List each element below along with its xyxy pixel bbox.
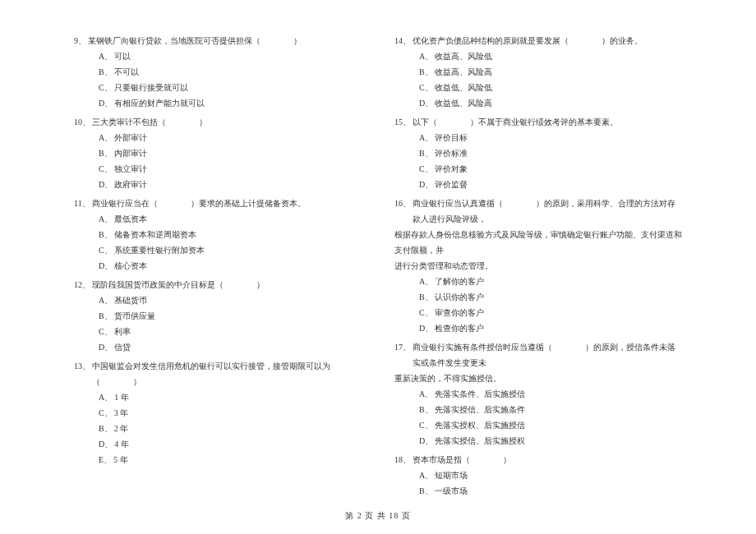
option-label: D、 [99, 177, 113, 192]
option-text: 独立审计 [114, 161, 147, 177]
question-stem: 17、商业银行实施有条件授信时应当遵循（ ）的原则，授信条件未落实或条件发生变更… [394, 339, 682, 371]
question: 11、商业银行应当在（ ）要求的基础上计提储备资本。A、最低资本B、储备资本和逆… [74, 196, 362, 274]
option-label: D、 [419, 433, 433, 449]
option-label: B、 [99, 227, 113, 242]
question: 10、三大类审计不包括（ ）A、外部审计B、内部审计C、独立审计D、政府审计 [74, 114, 362, 192]
question: 13、中国银监会对发生信用危机的银行可以实行接管，接管期限可以为（ ）A、1 年… [74, 358, 362, 467]
question-text: 现阶段我国货币政策的中介目标是（ ） [92, 277, 362, 292]
option: B、收益高、风险高 [419, 64, 682, 80]
option-text: 收益高、风险高 [435, 64, 492, 80]
option-label: A、 [419, 48, 433, 64]
option-label: D、 [99, 339, 113, 355]
option: A、了解你的客户 [419, 274, 682, 289]
option: C、评价对象 [419, 161, 682, 177]
option-text: 评价目标 [435, 130, 468, 145]
option-text: 短期市场 [435, 467, 468, 483]
page-footer: 第 2 页 共 18 页 [0, 510, 756, 522]
option-text: 先落实授信、后实施条件 [435, 402, 525, 417]
option: B、认识你的客户 [419, 289, 682, 305]
question-text: 商业银行实施有条件授信时应当遵循（ ）的原则，授信条件未落实或条件发生变更未 [413, 339, 682, 371]
option-label: A、 [419, 130, 433, 145]
option-text: 一级市场 [435, 483, 468, 499]
option: B、货币供应量 [99, 308, 362, 324]
option-text: 有相应的财产能力就可以 [114, 95, 205, 111]
option-text: 先落实条件、后实施授信 [435, 386, 525, 402]
question-stem: 15、以下（ ）不属于商业银行绩效考评的基本要素。 [394, 114, 682, 130]
question-number: 16、 [394, 196, 411, 227]
question-stem: 14、优化资产负债品种结构的原则就是要发展（ ）的业务。 [394, 33, 682, 48]
option: D、评价监督 [419, 177, 682, 192]
option: A、评价目标 [419, 130, 682, 145]
option-text: 核心资本 [114, 258, 147, 274]
option-label: C、 [99, 405, 113, 421]
left-column: 9、某钢铁厂向银行贷款，当地医院可否提供担保（ ）A、可以B、不可以C、只要银行… [74, 33, 362, 502]
option-text: 4 年 [114, 436, 129, 452]
option-text: 可以 [114, 48, 131, 64]
option-label: B、 [99, 308, 113, 324]
options-list: A、最低资本B、储备资本和逆周期资本C、系统重要性银行附加资本D、核心资本 [74, 211, 362, 274]
question-stem: 9、某钢铁厂向银行贷款，当地医院可否提供担保（ ） [74, 33, 362, 48]
option-text: 检查你的客户 [435, 320, 484, 336]
option-label: E、 [99, 452, 112, 467]
option: D、4 年 [99, 436, 362, 452]
option-label: C、 [419, 161, 433, 177]
question-continuation: 进行分类管理和动态管理。 [394, 258, 682, 274]
option-text: 收益低、风险高 [435, 95, 492, 111]
options-list: A、基础货币B、货币供应量C、利率D、信贷 [74, 292, 362, 355]
options-list: A、可以B、不可以C、只要银行接受就可以D、有相应的财产能力就可以 [74, 48, 362, 111]
option-label: D、 [99, 258, 113, 274]
option-text: 最低资本 [114, 211, 147, 227]
option-text: 系统重要性银行附加资本 [114, 242, 205, 258]
question-text: 三大类审计不包括（ ） [92, 114, 362, 130]
option-text: 评价对象 [435, 161, 468, 177]
option-label: A、 [99, 211, 113, 227]
question: 17、商业银行实施有条件授信时应当遵循（ ）的原则，授信条件未落实或条件发生变更… [394, 339, 682, 449]
options-list: A、外部审计B、内部审计C、独立审计D、政府审计 [74, 130, 362, 192]
question-number: 12、 [74, 277, 90, 292]
question-continuation: 重新决策的，不得实施授信。 [394, 371, 682, 386]
option: B、内部审计 [99, 145, 362, 161]
option: A、先落实条件、后实施授信 [419, 386, 682, 402]
option: C、先落实授权、后实施授信 [419, 417, 682, 433]
question-number: 18、 [394, 452, 411, 467]
option: C、独立审计 [99, 161, 362, 177]
question-number: 14、 [394, 33, 411, 48]
option: B、2 年 [99, 421, 362, 436]
option-text: 2 年 [114, 421, 129, 436]
option: A、可以 [99, 48, 362, 64]
option-label: A、 [419, 386, 433, 402]
option-label: C、 [419, 305, 433, 320]
option: A、短期市场 [419, 467, 682, 483]
option: A、基础货币 [99, 292, 362, 308]
options-list: A、1 年C、3 年B、2 年D、4 年E、5 年 [74, 389, 362, 467]
question: 14、优化资产负债品种结构的原则就是要发展（ ）的业务。A、收益高、风险低B、收… [394, 33, 682, 111]
option-text: 评价标准 [435, 145, 468, 161]
option-text: 收益低、风险低 [435, 80, 492, 95]
question-stem: 11、商业银行应当在（ ）要求的基础上计提储备资本。 [74, 196, 362, 211]
option: D、有相应的财产能力就可以 [99, 95, 362, 111]
question-stem: 10、三大类审计不包括（ ） [74, 114, 362, 130]
option-text: 政府审计 [114, 177, 147, 192]
option: A、收益高、风险低 [419, 48, 682, 64]
right-column: 14、优化资产负债品种结构的原则就是要发展（ ）的业务。A、收益高、风险低B、收… [394, 33, 682, 502]
question: 9、某钢铁厂向银行贷款，当地医院可否提供担保（ ）A、可以B、不可以C、只要银行… [74, 33, 362, 111]
question: 18、资本市场是指（ ）A、短期市场B、一级市场 [394, 452, 682, 499]
option-text: 认识你的客户 [435, 289, 484, 305]
option-label: B、 [419, 289, 433, 305]
option-text: 审查你的客户 [435, 305, 484, 320]
option: C、审查你的客户 [419, 305, 682, 320]
option-text: 5 年 [113, 452, 128, 467]
option-text: 储备资本和逆周期资本 [114, 227, 196, 242]
option-label: D、 [99, 95, 113, 111]
question: 12、现阶段我国货币政策的中介目标是（ ）A、基础货币B、货币供应量C、利率D、… [74, 277, 362, 355]
option-label: C、 [419, 417, 433, 433]
option-label: B、 [99, 145, 113, 161]
option-text: 信贷 [114, 339, 131, 355]
question-number: 17、 [394, 339, 411, 371]
option: B、一级市场 [419, 483, 682, 499]
option-label: B、 [419, 483, 433, 499]
question-text: 中国银监会对发生信用危机的银行可以实行接管，接管期限可以为（ ） [92, 358, 362, 389]
option-label: D、 [99, 436, 113, 452]
question-text: 资本市场是指（ ） [413, 452, 682, 467]
options-list: A、评价目标B、评价标准C、评价对象D、评价监督 [394, 130, 682, 192]
